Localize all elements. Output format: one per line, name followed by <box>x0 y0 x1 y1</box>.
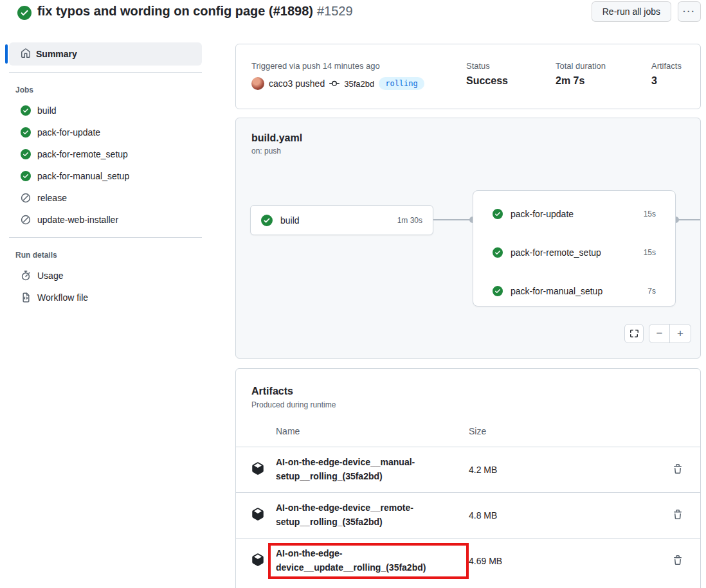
check-circle-icon <box>21 149 31 159</box>
status-value: Success <box>466 75 556 87</box>
column-header-size: Size <box>469 426 671 436</box>
run-number: #1529 <box>317 4 353 18</box>
fullscreen-button[interactable] <box>624 324 644 343</box>
sidebar-job-pack-for-remote_setup[interactable]: pack-for-remote_setup <box>0 143 219 165</box>
job-label: pack-for-remote_setup <box>511 247 636 258</box>
artifacts-title: Artifacts <box>236 369 700 397</box>
zoom-in-button[interactable]: + <box>670 325 691 343</box>
sidebar-divider <box>9 237 202 238</box>
trigger-line: Triggered via push 14 minutes ago <box>251 61 466 71</box>
graph-job-pack-for-remote_setup[interactable]: pack-for-remote_setup15s <box>473 237 675 268</box>
column-header-name: Name <box>276 426 469 436</box>
zoom-control: − + <box>649 324 691 343</box>
artifacts-subtitle: Produced during runtime <box>236 397 700 409</box>
run-header: fix typos and wording on config page (#1… <box>0 0 706 36</box>
job-duration: 15s <box>644 209 656 218</box>
artifact-row: AI-on-the-edge-device__remote-setup__rol… <box>236 492 700 538</box>
job-label: pack-for-update <box>511 209 636 219</box>
graph-edge <box>433 219 473 220</box>
duration-label: Total duration <box>556 61 651 71</box>
graph-job-pack-for-manual_setup[interactable]: pack-for-manual_setup7s <box>473 276 675 307</box>
check-circle-icon <box>21 105 31 116</box>
job-duration: 1m 30s <box>397 216 422 225</box>
run-summary-card: Triggered via push 14 minutes ago caco3 … <box>235 44 701 109</box>
jobs-list: buildpack-for-updatepack-for-remote_setu… <box>0 100 219 231</box>
job-label: pack-for-update <box>37 127 100 138</box>
delete-artifact-button[interactable] <box>671 508 685 522</box>
check-circle-icon <box>261 215 273 226</box>
job-label: build <box>280 215 390 226</box>
branch-badge[interactable]: rolling <box>379 77 424 90</box>
artifact-row: AI-on-the-edge-device__update__rolling_(… <box>236 538 700 584</box>
graph-job-pack-for-update[interactable]: pack-for-update15s <box>473 199 675 229</box>
status-label: Status <box>466 61 556 71</box>
job-duration: 15s <box>644 248 656 257</box>
workflow-file-name: build.yaml <box>236 118 700 144</box>
check-circle-icon <box>21 127 31 138</box>
artifacts-count-label: Artifacts <box>651 61 700 71</box>
zoom-out-button[interactable]: − <box>649 325 670 343</box>
artifact-size: 4.8 MB <box>469 510 671 521</box>
annotation-highlight-box: AI-on-the-edge-device__update__rolling_(… <box>268 543 469 578</box>
artifact-name-link[interactable]: AI-on-the-edge-device__remote-setup__rol… <box>276 501 469 529</box>
git-commit-icon <box>329 78 339 89</box>
artifacts-table-body: AI-on-the-edge-device__manual-setup__rol… <box>236 447 700 584</box>
commit-sha-link[interactable]: 35fa2bd <box>344 79 374 89</box>
trash-icon <box>673 555 683 566</box>
actor-pushed-text[interactable]: caco3 pushed <box>269 78 325 89</box>
package-icon <box>251 508 264 521</box>
run-detail-label: Usage <box>37 271 63 281</box>
home-icon <box>21 48 31 60</box>
package-icon <box>251 462 264 475</box>
delete-artifact-button[interactable] <box>671 463 685 477</box>
selected-accent-bar <box>5 44 8 64</box>
run-detail-label: Workflow file <box>37 292 88 303</box>
sidebar-job-pack-for-manual_setup[interactable]: pack-for-manual_setup <box>0 165 219 187</box>
duration-value: 2m 7s <box>556 75 651 87</box>
check-circle-icon <box>21 171 31 181</box>
trash-icon <box>673 510 683 520</box>
job-duration: 7s <box>647 287 656 296</box>
workflow-trigger: on: push <box>236 144 700 156</box>
file-code-icon <box>21 292 31 303</box>
sidebar-job-build[interactable]: build <box>0 100 219 121</box>
sidebar-job-update-web-installer[interactable]: update-web-installer <box>0 209 219 231</box>
delete-artifact-button[interactable] <box>671 554 685 568</box>
artifact-name-text: AI-on-the-edge-device__manual-setup__rol… <box>276 457 415 481</box>
sidebar-divider <box>9 72 202 73</box>
sidebar-item-workflow-file[interactable]: Workflow file <box>0 287 219 308</box>
page-title: fix typos and wording on config page (#1… <box>37 4 353 19</box>
graph-edge <box>676 219 701 220</box>
artifact-row: AI-on-the-edge-device__manual-setup__rol… <box>236 447 700 492</box>
artifact-size: 4.69 MB <box>469 556 671 566</box>
check-circle-icon <box>493 286 503 296</box>
rerun-all-jobs-button[interactable]: Re-run all jobs <box>592 1 671 22</box>
check-circle-icon <box>493 209 503 219</box>
more-options-button[interactable]: ··· <box>678 1 701 22</box>
artifacts-count-value: 3 <box>651 75 700 87</box>
screen-full-icon <box>629 328 639 339</box>
workflow-graph-card: build.yaml on: push build 1m 30s pack-fo… <box>235 118 701 359</box>
job-label: pack-for-manual_setup <box>511 286 640 296</box>
jobs-heading: Jobs <box>15 85 219 94</box>
sidebar-item-usage[interactable]: Usage <box>0 265 219 287</box>
header-actions: Re-run all jobs ··· <box>592 1 701 22</box>
sidebar-job-release[interactable]: release <box>0 187 219 209</box>
graph-job-build[interactable]: build 1m 30s <box>250 205 433 235</box>
artifact-name-link[interactable]: AI-on-the-edge-device__update__rolling_(… <box>276 547 469 575</box>
check-circle-icon <box>17 6 32 22</box>
sidebar-item-summary[interactable]: Summary <box>5 42 202 66</box>
graph-controls: − + <box>624 324 691 343</box>
skip-icon <box>21 193 31 203</box>
artifacts-card: Artifacts Produced during runtime Name S… <box>235 368 701 588</box>
package-icon <box>251 553 264 566</box>
run-details-list: UsageWorkflow file <box>0 265 219 308</box>
job-label: pack-for-manual_setup <box>37 171 129 181</box>
main-content: Triggered via push 14 minutes ago caco3 … <box>235 44 701 588</box>
sidebar-job-pack-for-update[interactable]: pack-for-update <box>0 121 219 143</box>
artifact-name-link[interactable]: AI-on-the-edge-device__manual-setup__rol… <box>276 456 469 483</box>
job-label: release <box>37 193 67 203</box>
job-label: update-web-installer <box>37 215 118 225</box>
avatar[interactable] <box>251 77 264 90</box>
artifacts-table-header: Name Size <box>236 426 700 447</box>
